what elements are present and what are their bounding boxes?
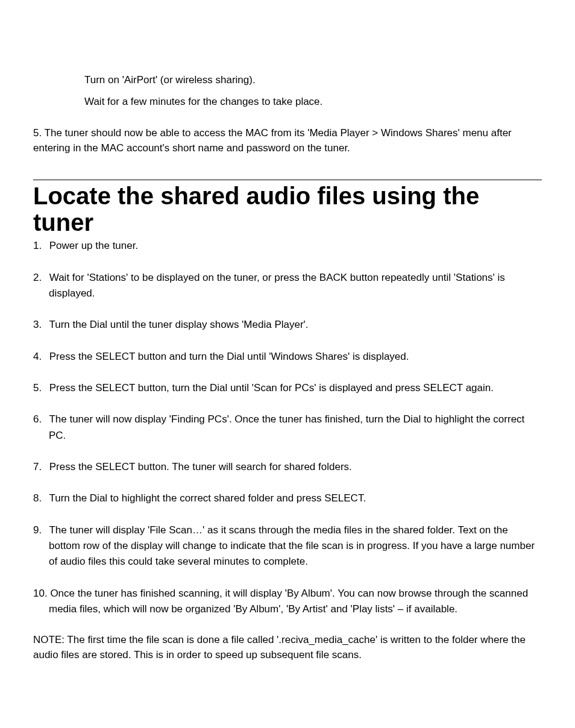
intro-line-2: Wait for a few minutes for the changes t…	[84, 94, 542, 110]
step-item: 5. Press the SELECT button, turn the Dia…	[33, 380, 542, 396]
step-text: Press the SELECT button. The tuner will …	[49, 461, 352, 472]
intro-paragraph: 5. The tuner should now be able to acces…	[33, 126, 542, 155]
step-text: Once the tuner has finished scanning, it…	[49, 588, 528, 615]
note-paragraph: NOTE: The first time the file scan is do…	[33, 633, 542, 662]
step-item: 10. Once the tuner has finished scanning…	[33, 586, 542, 618]
steps-list: 1. Power up the tuner. 2. Wait for 'Stat…	[33, 238, 542, 617]
step-text: Turn the Dial to highlight the correct s…	[49, 492, 366, 504]
step-item: 3. Turn the Dial until the tuner display…	[33, 317, 542, 333]
step-text: Press the SELECT button and turn the Dia…	[49, 351, 409, 362]
step-text: The tuner will display 'File Scan…' as i…	[49, 524, 535, 568]
step-item: 2. Wait for 'Stations' to be displayed o…	[33, 270, 542, 302]
intro-line-1: Turn on 'AirPort' (or wireless sharing).	[84, 72, 542, 88]
section-title: Locate the shared audio files using the …	[33, 183, 542, 236]
step-item: 7. Press the SELECT button. The tuner wi…	[33, 459, 542, 475]
step-item: 9. The tuner will display 'File Scan…' a…	[33, 522, 542, 570]
step-text: The tuner will now display 'Finding PCs'…	[49, 413, 524, 441]
step-text: Press the SELECT button, turn the Dial u…	[49, 382, 494, 394]
step-item: 8. Turn the Dial to highlight the correc…	[33, 491, 542, 506]
document-page: Turn on 'AirPort' (or wireless sharing).…	[0, 0, 575, 728]
step-text: Turn the Dial until the tuner display sh…	[49, 319, 308, 330]
step-item: 4. Press the SELECT button and turn the …	[33, 349, 542, 365]
step-item: 6. The tuner will now display 'Finding P…	[33, 412, 542, 444]
intro-indent-block: Turn on 'AirPort' (or wireless sharing).…	[84, 72, 542, 109]
step-text: Power up the tuner.	[49, 240, 138, 251]
step-text: Wait for 'Stations' to be displayed on t…	[49, 272, 505, 299]
step-item: 1. Power up the tuner.	[33, 238, 542, 254]
section-divider	[33, 180, 542, 180]
